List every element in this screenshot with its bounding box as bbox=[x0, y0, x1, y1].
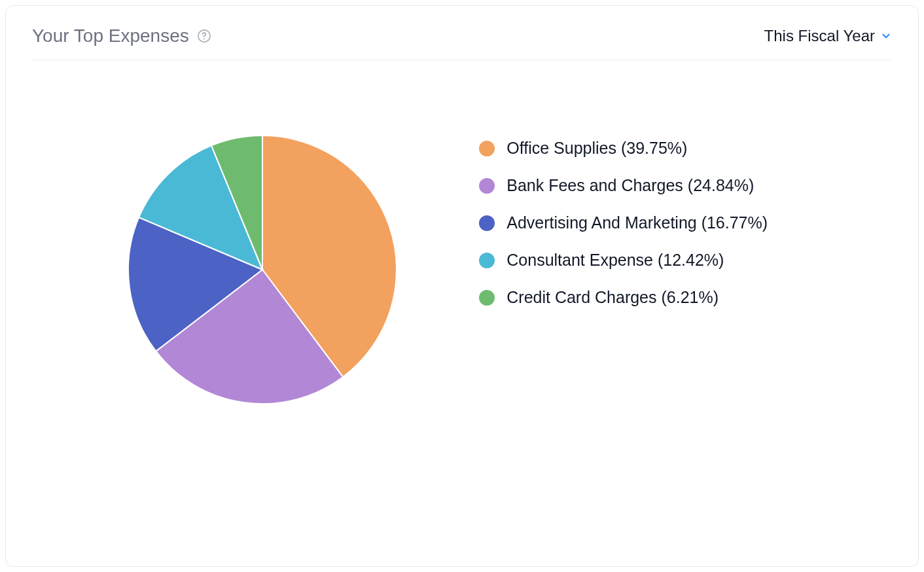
period-dropdown[interactable]: This Fiscal Year bbox=[764, 27, 892, 45]
legend-label: Consultant Expense (12.42%) bbox=[506, 251, 724, 270]
legend-swatch bbox=[479, 215, 495, 231]
chart-legend: Office Supplies (39.75%)Bank Fees and Ch… bbox=[479, 132, 768, 307]
period-label: This Fiscal Year bbox=[764, 27, 875, 45]
expenses-card: Your Top Expenses This Fiscal Year Offic… bbox=[5, 5, 919, 567]
pie-chart bbox=[32, 132, 479, 407]
legend-swatch bbox=[479, 290, 495, 306]
legend-swatch bbox=[479, 178, 495, 194]
legend-item[interactable]: Credit Card Charges (6.21%) bbox=[479, 288, 768, 307]
legend-item[interactable]: Consultant Expense (12.42%) bbox=[479, 251, 768, 270]
card-title: Your Top Expenses bbox=[32, 26, 189, 46]
legend-label: Office Supplies (39.75%) bbox=[506, 139, 687, 158]
legend-item[interactable]: Bank Fees and Charges (24.84%) bbox=[479, 176, 768, 195]
card-header: Your Top Expenses This Fiscal Year bbox=[32, 26, 892, 60]
legend-label: Bank Fees and Charges (24.84%) bbox=[506, 176, 754, 195]
legend-swatch bbox=[479, 141, 495, 156]
help-icon[interactable] bbox=[197, 29, 211, 43]
chevron-down-icon bbox=[880, 30, 892, 42]
legend-item[interactable]: Office Supplies (39.75%) bbox=[479, 139, 768, 158]
svg-point-1 bbox=[204, 39, 205, 40]
title-wrap: Your Top Expenses bbox=[32, 26, 211, 46]
legend-item[interactable]: Advertising And Marketing (16.77%) bbox=[479, 213, 768, 232]
legend-label: Credit Card Charges (6.21%) bbox=[506, 288, 719, 307]
card-body: Office Supplies (39.75%)Bank Fees and Ch… bbox=[32, 67, 892, 540]
legend-label: Advertising And Marketing (16.77%) bbox=[506, 213, 768, 232]
legend-swatch bbox=[479, 253, 495, 268]
